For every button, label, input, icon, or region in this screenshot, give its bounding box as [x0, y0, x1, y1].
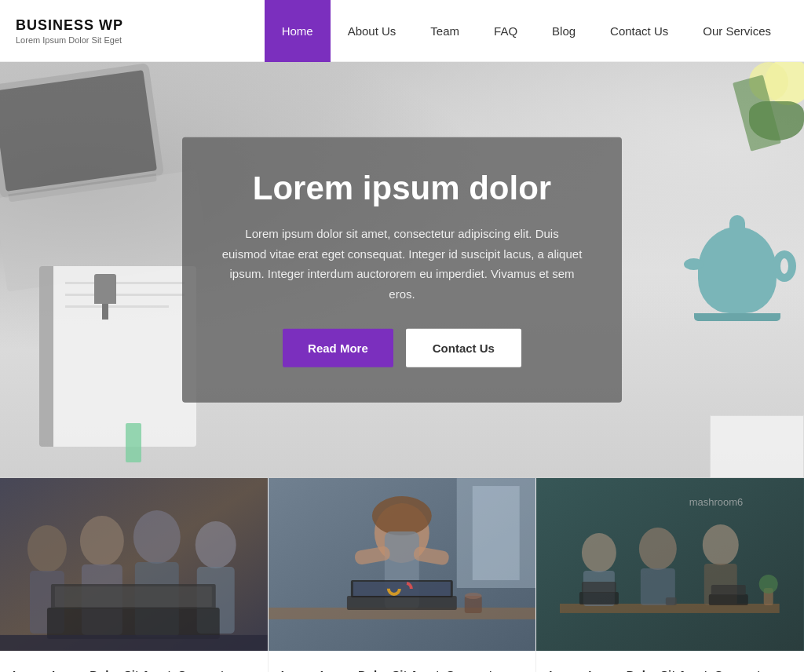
nav-item-home[interactable]: Home — [265, 0, 331, 62]
svg-rect-47 — [666, 597, 677, 605]
svg-point-30 — [464, 593, 481, 599]
svg-point-46 — [759, 575, 778, 593]
svg-rect-12 — [55, 586, 212, 607]
card-2-illustration — [269, 478, 536, 651]
card-2-title: Lorem Ipsum Dolor Sit Amet, Consect Adip… — [281, 667, 524, 672]
svg-point-19 — [372, 496, 432, 535]
svg-point-39 — [703, 524, 739, 565]
card-1: Lorem Ipsum Dolor Sit Amet, Consect Adip… — [0, 478, 269, 672]
card-2: Lorem Ipsum Dolor Sit Amet, Consect Adip… — [269, 478, 537, 672]
binder-clip-decor — [94, 274, 116, 318]
svg-text:mashroom6: mashroom6 — [689, 496, 743, 508]
svg-point-37 — [639, 528, 677, 570]
hero-right-decor — [647, 62, 804, 478]
svg-rect-17 — [472, 486, 519, 580]
nav-item-about[interactable]: About Us — [331, 0, 414, 62]
card-2-image — [269, 478, 536, 651]
svg-rect-44 — [711, 585, 746, 595]
svg-rect-42 — [582, 582, 616, 593]
card-1-illustration — [0, 478, 268, 651]
flowers-decor — [678, 62, 804, 156]
card-1-content: Lorem Ipsum Dolor Sit Amet, Consect Adip… — [0, 651, 268, 672]
nav-item-blog[interactable]: Blog — [535, 0, 593, 62]
card-1-title: Lorem Ipsum Dolor Sit Amet, Consect Adip… — [13, 667, 255, 672]
svg-rect-13 — [0, 635, 268, 651]
svg-point-35 — [582, 533, 616, 572]
svg-rect-43 — [709, 594, 748, 605]
svg-point-2 — [27, 525, 67, 572]
card-3-image: mashroom6 — [536, 478, 804, 651]
svg-point-6 — [133, 510, 181, 564]
hero-buttons: Read More Contact Us — [221, 329, 583, 367]
hero-description: Lorem ipsum dolor sit amet, consectetur … — [221, 224, 583, 304]
card-1-image — [0, 478, 268, 651]
read-more-button[interactable]: Read More — [283, 329, 393, 367]
svg-point-8 — [196, 521, 236, 568]
brand-tagline: Lorem Ipsum Dolor Sit Eget — [16, 35, 123, 45]
svg-rect-41 — [579, 592, 619, 604]
hero-content-box: Lorem ipsum dolor Lorem ipsum dolor sit … — [182, 137, 622, 403]
card-3-title: Lorem Ipsum Dolor Sit Amet, Consect Adip… — [549, 667, 791, 672]
hero-title: Lorem ipsum dolor — [221, 169, 583, 208]
nav-item-contact[interactable]: Contact Us — [593, 0, 685, 62]
card-3-illustration: mashroom6 — [536, 478, 804, 651]
card-3: mashroom6 — [536, 478, 804, 672]
hero-section: Lorem ipsum dolor Lorem ipsum dolor sit … — [0, 62, 804, 478]
svg-rect-24 — [347, 596, 457, 610]
svg-rect-26 — [353, 582, 451, 596]
sticky-note-decor — [126, 423, 141, 462]
logo[interactable]: BUSINESS WP Lorem Ipsum Dolor Sit Eget — [16, 17, 123, 45]
nav-item-team[interactable]: Team — [413, 0, 477, 62]
notebook-decor — [710, 415, 804, 478]
main-nav: Home About Us Team FAQ Blog Contact Us O… — [265, 0, 788, 62]
nav-item-faq[interactable]: FAQ — [477, 0, 535, 62]
nav-item-services[interactable]: Our Services — [685, 0, 788, 62]
svg-point-4 — [80, 516, 124, 566]
card-2-content: Lorem Ipsum Dolor Sit Amet, Consect Adip… — [269, 651, 536, 672]
contact-us-button[interactable]: Contact Us — [406, 329, 521, 367]
brand-name: BUSINESS WP — [16, 17, 123, 34]
card-3-content: Lorem Ipsum Dolor Sit Amet, Consect Adip… — [536, 651, 804, 672]
svg-rect-10 — [47, 608, 220, 639]
teapot-decor — [686, 227, 788, 345]
notepad-decor — [39, 266, 196, 447]
site-header: BUSINESS WP Lorem Ipsum Dolor Sit Eget H… — [0, 0, 804, 62]
cards-section: Lorem Ipsum Dolor Sit Amet, Consect Adip… — [0, 478, 804, 672]
